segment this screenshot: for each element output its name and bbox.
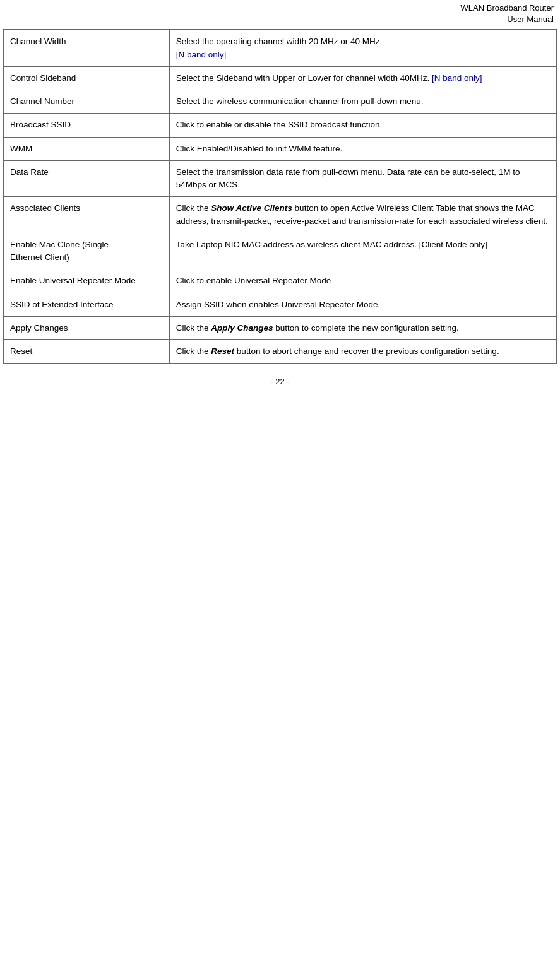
row-description: Take Laptop NIC MAC address as wireless … (169, 233, 556, 269)
table-row: Channel Number Select the wireless commu… (4, 90, 557, 114)
show-active-clients-ref: Show Active Clients (211, 203, 292, 213)
table-row: Enable Universal Repeater Mode Click to … (4, 269, 557, 293)
table-row: Data Rate Select the transmission data r… (4, 160, 557, 197)
row-label: Enable Mac Clone (SingleEthernet Client) (4, 233, 170, 269)
row-label: Enable Universal Repeater Mode (4, 269, 170, 293)
table-row: Reset Click the Reset button to abort ch… (4, 340, 557, 363)
table-row: WMM Click Enabled/Disabled to init WMM f… (4, 137, 557, 160)
row-description: Click the Show Active Clients button to … (169, 197, 556, 233)
row-description: Select the Sideband with Upper or Lower … (169, 66, 556, 90)
row-label: Associated Clients (4, 197, 170, 233)
row-label: Control Sideband (4, 66, 170, 90)
table-row: Control Sideband Select the Sideband wit… (4, 66, 557, 90)
page-number: - 22 - (270, 377, 289, 386)
table-row: Broadcast SSID Click to enable or disabl… (4, 114, 557, 137)
row-description: Click the Apply Changes button to comple… (169, 316, 556, 339)
table-row: Apply Changes Click the Apply Changes bu… (4, 316, 557, 339)
apply-changes-ref: Apply Changes (211, 323, 273, 333)
row-description: Select the wireless communication channe… (169, 90, 556, 114)
row-description: Click to enable or disable the SSID broa… (169, 114, 556, 137)
page-header: WLAN Broadband Router User Manual (0, 0, 560, 29)
main-table-container: Channel Width Select the operating chann… (3, 29, 557, 364)
row-label: SSID of Extended Interface (4, 293, 170, 316)
row-label: Data Rate (4, 160, 170, 197)
header-line2: User Manual (507, 15, 554, 24)
row-description: Click to enable Universal Repeater Mode (169, 269, 556, 293)
row-label: Channel Number (4, 90, 170, 114)
row-description: Assign SSID when enables Universal Repea… (169, 293, 556, 316)
table-row: Associated Clients Click the Show Active… (4, 197, 557, 233)
row-description: Click Enabled/Disabled to init WMM featu… (169, 137, 556, 160)
row-label: Broadcast SSID (4, 114, 170, 137)
row-label: WMM (4, 137, 170, 160)
row-label: Reset (4, 340, 170, 363)
header-line1: WLAN Broadband Router (461, 3, 554, 13)
reset-ref: Reset (211, 346, 234, 356)
page-footer: - 22 - (0, 364, 560, 393)
table-row: SSID of Extended Interface Assign SSID w… (4, 293, 557, 316)
n-band-note: [N band only] (432, 73, 482, 83)
settings-table: Channel Width Select the operating chann… (3, 30, 557, 363)
row-description: Select the operating channel width 20 MH… (169, 30, 556, 67)
row-description: Select the transmission data rate from p… (169, 160, 556, 197)
n-band-note: [N band only] (176, 50, 227, 59)
table-row: Enable Mac Clone (SingleEthernet Client)… (4, 233, 557, 269)
row-label: Apply Changes (4, 316, 170, 339)
table-row: Channel Width Select the operating chann… (4, 30, 557, 67)
row-description: Click the Reset button to abort change a… (169, 340, 556, 363)
row-label: Channel Width (4, 30, 170, 67)
